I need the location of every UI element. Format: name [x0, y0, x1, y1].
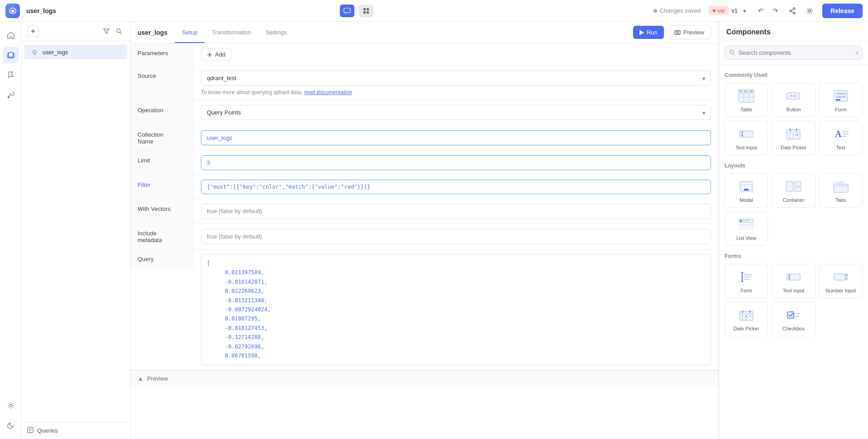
components-panel: Components × Commonly Used — [719, 22, 868, 439]
parameters-row: Parameters Add — [130, 43, 718, 66]
component-number-input[interactable]: Number Input — [819, 264, 863, 298]
sidebar-item-layers[interactable] — [3, 47, 19, 63]
svg-rect-82 — [787, 274, 800, 280]
sidebar-item-flag[interactable] — [3, 67, 19, 83]
text-label: Text — [836, 145, 845, 150]
share-button[interactable] — [786, 5, 799, 17]
tab-transformation[interactable]: Transformation — [205, 23, 258, 43]
version-dropdown-icon[interactable]: ▾ — [743, 7, 746, 14]
source-help: To know more about querying qdrant data,… — [201, 89, 711, 95]
search-components-input[interactable] — [725, 46, 863, 60]
svg-rect-67 — [834, 182, 838, 185]
svg-point-53 — [789, 137, 791, 138]
app-logo — [5, 4, 20, 18]
query-tabs: Setup Transformation Settings — [175, 23, 626, 43]
collection-input[interactable] — [201, 130, 711, 145]
grid-icon[interactable] — [359, 5, 373, 17]
limit-input[interactable] — [201, 155, 711, 170]
settings-icon-btn[interactable] — [803, 5, 816, 17]
svg-point-10 — [809, 10, 811, 12]
svg-rect-63 — [786, 181, 793, 191]
include-metadata-input[interactable] — [201, 229, 711, 244]
component-text-input[interactable]: Text Input — [725, 121, 768, 155]
include-metadata-row: Includemetadata — [130, 224, 718, 249]
query-item-user-logs[interactable]: Q user_logs — [24, 45, 127, 59]
sidebar-item-moon[interactable] — [3, 417, 19, 434]
text-icon: A — [832, 126, 850, 142]
number-input-label: Number Input — [826, 288, 856, 293]
component-button[interactable]: Button — [772, 83, 815, 117]
version-badge: ♥ ver — [709, 6, 729, 15]
source-select[interactable]: qdrant_test — [201, 71, 711, 86]
button-label: Button — [787, 107, 801, 112]
component-tabs[interactable]: Tabs — [819, 173, 863, 208]
query-code-block[interactable]: [ 0.021397589, -0.010142871, 0.022269623… — [201, 254, 711, 365]
component-form[interactable]: Form — [819, 83, 863, 117]
svg-rect-62 — [744, 189, 749, 191]
run-button[interactable]: Run — [633, 26, 664, 39]
svg-point-35 — [790, 95, 792, 97]
svg-rect-1 — [363, 8, 366, 10]
component-text-input2[interactable]: Text Input — [772, 264, 815, 298]
component-form2[interactable]: Form — [725, 264, 768, 298]
section-layouts: Layouts Modal Container — [725, 162, 863, 246]
operation-label: Operation — [138, 107, 163, 114]
search-clear-button[interactable]: × — [855, 49, 859, 57]
source-row: Source qdrant_test ▾ To know more about … — [130, 66, 718, 100]
filter-input[interactable] — [201, 180, 711, 194]
checkbox-icon — [784, 307, 802, 323]
component-text[interactable]: A Text — [819, 121, 863, 155]
parameters-label: Parameters — [138, 50, 168, 57]
component-checkbox[interactable]: Checkbox — [772, 302, 815, 336]
svg-line-8 — [792, 9, 793, 10]
sidebar-item-home[interactable] — [3, 27, 19, 43]
source-doc-link[interactable]: read documentation — [304, 89, 352, 95]
queries-bottom-label: Queries — [37, 427, 58, 434]
text-input-label: Text Input — [735, 145, 757, 150]
forms-title: Forms — [725, 253, 863, 259]
source-select-wrapper[interactable]: qdrant_test ▾ — [201, 71, 711, 86]
tabs-icon — [832, 178, 850, 195]
svg-line-16 — [120, 32, 122, 34]
button-icon — [784, 88, 802, 104]
component-list-view[interactable]: List View — [725, 211, 768, 246]
add-parameter-button[interactable]: Add — [201, 48, 231, 61]
svg-rect-31 — [739, 91, 742, 92]
svg-rect-74 — [743, 220, 750, 221]
sidebar-item-wrench[interactable] — [3, 87, 19, 103]
components-header: Components — [719, 22, 868, 41]
operation-select-wrapper[interactable]: Query Points ▾ — [201, 105, 711, 120]
preview-button[interactable]: Preview — [668, 25, 711, 39]
tabs-label: Tabs — [835, 197, 846, 203]
forms-grid: Form Text Input Number Input — [725, 264, 863, 336]
component-date-picker2[interactable]: Date Picker — [725, 302, 768, 336]
sidebar-item-settings[interactable] — [3, 397, 19, 414]
undo-button[interactable]: ↶ — [754, 5, 767, 17]
component-container[interactable]: Container — [772, 173, 815, 208]
component-modal[interactable]: Modal — [725, 173, 768, 208]
chat-icon[interactable] — [340, 5, 354, 17]
components-body: Commonly Used Table Button — [719, 65, 868, 439]
query-form: Parameters Add Source qdrant_ — [130, 43, 718, 439]
svg-line-25 — [733, 53, 735, 55]
operation-select[interactable]: Query Points — [201, 105, 711, 120]
svg-rect-32 — [744, 91, 748, 92]
with-vectors-input[interactable] — [201, 204, 711, 219]
component-table[interactable]: Table — [725, 83, 768, 117]
svg-rect-42 — [739, 131, 753, 137]
queries-bottom-nav[interactable]: Queries — [22, 422, 130, 439]
release-button[interactable]: Release — [822, 4, 863, 18]
layouts-title: Layouts — [725, 162, 863, 169]
add-query-button[interactable]: + — [27, 25, 39, 37]
text-input-icon — [737, 126, 755, 142]
tab-settings[interactable]: Settings — [258, 23, 294, 43]
collection-label: CollectionName — [138, 131, 163, 145]
component-date-picker[interactable]: Date Picker — [772, 121, 815, 155]
search-panel-icon[interactable] — [114, 26, 124, 37]
redo-button[interactable]: ↷ — [769, 5, 782, 17]
preview-bar[interactable]: ▲ Preview — [130, 370, 718, 387]
filter-icon[interactable] — [101, 26, 112, 37]
table-icon — [737, 88, 755, 104]
search-icon — [729, 49, 735, 57]
tab-setup[interactable]: Setup — [175, 23, 205, 43]
